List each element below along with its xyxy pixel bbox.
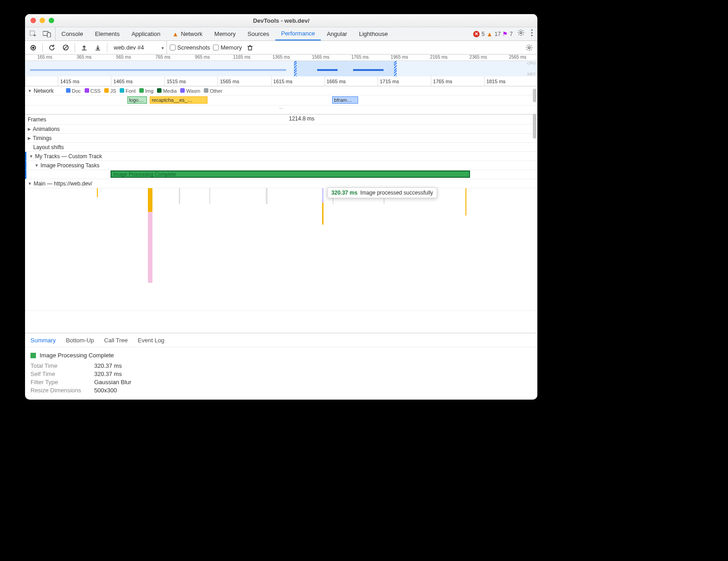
svg-point-4 <box>531 29 532 30</box>
entry-tooltip: 320.37 ms Image processed successfully <box>327 187 437 198</box>
tab-call-tree[interactable]: Call Tree <box>104 337 128 344</box>
minimize-window-button[interactable] <box>40 18 45 23</box>
chevron-down-icon[interactable]: ▼ <box>28 181 32 186</box>
summary-resize-dim: 500x300 <box>94 387 117 394</box>
main-track-label: Main — https://web.dev/ <box>34 180 92 187</box>
range-handle-right[interactable] <box>394 61 397 76</box>
summary-swatch <box>30 353 36 358</box>
perf-toolbar: web.dev #4 Screenshots Memory <box>25 41 537 55</box>
svg-point-5 <box>531 32 532 33</box>
tab-sources[interactable]: Sources <box>242 27 275 40</box>
tab-console[interactable]: Console <box>56 27 89 40</box>
svg-rect-2 <box>47 33 51 37</box>
network-lane[interactable]: logo… recaptcha__es_… bfram… <box>66 95 537 105</box>
tab-lighthouse[interactable]: Lighthouse <box>353 27 394 40</box>
recording-select[interactable]: web.dev #4 <box>111 41 167 54</box>
frame-duration: 1214.8 ms <box>289 115 314 122</box>
overview-ruler: 165 ms365 ms565 ms765 ms965 ms1165 ms136… <box>25 55 537 61</box>
network-track-label: Network <box>34 88 54 94</box>
download-icon[interactable] <box>92 42 103 53</box>
chevron-down-icon[interactable]: ▼ <box>29 154 33 159</box>
devtools-window: DevTools - web.dev/ Console Elements App… <box>25 14 537 400</box>
titlebar: DevTools - web.dev/ <box>25 14 537 27</box>
tab-event-log[interactable]: Event Log <box>138 337 165 344</box>
overview-timeline[interactable]: 165 ms365 ms565 ms765 ms965 ms1165 ms136… <box>25 55 537 76</box>
svg-rect-11 <box>248 46 252 50</box>
tab-memory[interactable]: Memory <box>208 27 242 40</box>
tab-summary[interactable]: Summary <box>30 337 56 344</box>
settings-icon[interactable] <box>516 27 526 38</box>
clear-icon[interactable] <box>60 42 71 53</box>
more-icon[interactable] <box>526 27 537 38</box>
chevron-right-icon[interactable]: ▶ <box>28 136 31 140</box>
timings-track-label: Timings <box>33 135 52 141</box>
network-item[interactable]: logo… <box>127 96 147 104</box>
img-proc-tasks-label: Image Processing Tasks <box>40 162 100 169</box>
traffic-lights <box>30 18 54 23</box>
svg-point-6 <box>531 35 532 36</box>
status-counts[interactable]: ✕5 ▲17 ⚑7 <box>470 27 516 40</box>
tab-elements[interactable]: Elements <box>89 27 126 40</box>
screenshots-checkbox[interactable]: Screenshots <box>170 44 210 51</box>
device-toggle-icon[interactable] <box>41 29 52 40</box>
window-title: DevTools - web.dev/ <box>25 17 537 24</box>
detail-ruler[interactable]: 1415 ms1465 ms1515 ms1565 ms1615 ms1665 … <box>25 76 537 86</box>
range-handle-left[interactable] <box>294 61 297 76</box>
upload-icon[interactable] <box>79 42 90 53</box>
maximize-window-button[interactable] <box>49 18 54 23</box>
warning-icon: ▲ <box>486 30 493 38</box>
left-tools <box>25 27 56 40</box>
memory-checkbox[interactable]: Memory <box>213 44 242 51</box>
tab-bottom-up[interactable]: Bottom-Up <box>66 337 94 344</box>
svg-point-8 <box>32 46 35 49</box>
summary-filter-type: Gaussian Blur <box>94 379 131 386</box>
network-legend: Doc CSS JS Font Img Media Wasm Other <box>66 86 537 95</box>
summary-pane: Image Processing Complete Total Time320.… <box>25 347 537 400</box>
summary-self-time: 320.37 ms <box>94 371 122 377</box>
chevron-down-icon[interactable]: ▼ <box>28 89 32 93</box>
summary-title: Image Processing Complete <box>40 352 114 359</box>
frames-track-label: Frames <box>28 116 46 123</box>
inspect-icon[interactable] <box>28 29 39 40</box>
tab-performance[interactable]: Performance <box>275 27 321 40</box>
tab-network[interactable]: ▲Network <box>167 27 209 40</box>
reload-icon[interactable] <box>46 42 57 53</box>
svg-point-3 <box>520 32 522 34</box>
summary-total-time: 320.37 ms <box>94 362 122 369</box>
flag-icon: ⚑ <box>502 30 508 37</box>
main-flame-lane[interactable]: 320.37 ms Image processed successfully <box>25 188 537 311</box>
close-window-button[interactable] <box>30 18 36 23</box>
custom-entry-bar[interactable]: Image Processing Complete <box>111 170 470 178</box>
chevron-down-icon[interactable]: ▼ <box>35 163 39 168</box>
error-icon: ✕ <box>473 31 480 37</box>
chevron-right-icon[interactable]: ▶ <box>28 127 31 131</box>
network-item[interactable]: recaptcha__es_… <box>150 96 207 104</box>
tab-angular[interactable]: Angular <box>321 27 353 40</box>
animations-track-label: Animations <box>33 126 60 132</box>
record-icon[interactable] <box>28 42 39 53</box>
garbage-collect-icon[interactable] <box>245 42 256 53</box>
vertical-scrollbar[interactable] <box>533 114 536 139</box>
vertical-scrollbar[interactable] <box>533 89 536 102</box>
network-item[interactable]: bfram… <box>332 96 358 104</box>
details-tabs: Summary Bottom-Up Call Tree Event Log <box>25 333 537 347</box>
capture-settings-icon[interactable] <box>524 42 535 53</box>
layout-shifts-label: Layout shifts <box>33 144 64 150</box>
panel-tabs: Console Elements Application ▲Network Me… <box>25 27 537 41</box>
svg-point-12 <box>528 46 530 48</box>
tab-application[interactable]: Application <box>126 27 167 40</box>
my-tracks-label: My Tracks — Custom Track <box>35 153 102 160</box>
flamechart-area[interactable]: ▼Network Doc CSS JS Font Img Media Wasm … <box>25 86 537 333</box>
warning-icon: ▲ <box>172 30 179 38</box>
svg-line-10 <box>64 46 67 50</box>
